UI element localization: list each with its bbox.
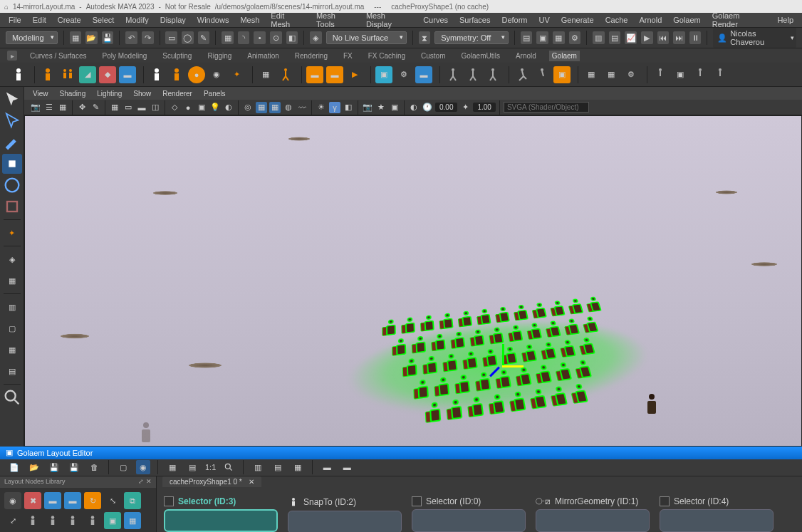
lib-kill-icon[interactable]: ✖ [24, 492, 41, 509]
panel-layout-icon[interactable]: ▥ [593, 31, 605, 44]
select-icon[interactable]: ▭ [165, 31, 177, 44]
entity-type-icon[interactable] [59, 66, 76, 83]
shelf-menu-icon[interactable]: ▸ [7, 51, 17, 61]
menu-generate[interactable]: Generate [561, 16, 594, 24]
vp-menu-view[interactable]: View [33, 90, 48, 98]
layout-tool-icon[interactable]: ▬ [326, 66, 343, 83]
physics-icon[interactable]: ◉ [208, 66, 225, 83]
menu-mesh-display[interactable]: Mesh Display [366, 11, 412, 28]
layout-node[interactable]: Selector (ID:3) [164, 496, 278, 532]
xray-icon[interactable]: ▦ [256, 102, 267, 113]
lib-selector-icon[interactable]: ◉ [4, 492, 21, 509]
scale-tool[interactable] [2, 197, 22, 217]
menu-windows[interactable]: Windows [197, 16, 229, 24]
shelf-tab-poly-modeling[interactable]: Poly Modeling [99, 51, 150, 61]
resolution-gate-icon[interactable]: ▬ [136, 102, 147, 113]
snap-grid-tool[interactable]: ▦ [2, 271, 22, 291]
new-scene-icon[interactable]: ▦ [70, 31, 82, 44]
menu-arnold[interactable]: Arnold [639, 16, 662, 24]
save-icon[interactable]: 💾 [102, 31, 114, 44]
runner2-icon[interactable] [533, 66, 551, 83]
menu-mesh-tools[interactable]: Mesh Tools [316, 11, 355, 28]
layout-grid-icon[interactable]: ▦ [603, 66, 620, 83]
close-tab-icon[interactable]: ✕ [249, 478, 254, 486]
isolate-icon[interactable]: ◎ [242, 102, 254, 113]
vp-menu-shading[interactable]: Shading [60, 90, 86, 98]
menu-help[interactable]: Help [777, 16, 793, 24]
list-layout-icon[interactable]: ▤ [185, 460, 199, 474]
extra4-icon[interactable] [712, 66, 729, 83]
distribute-icon[interactable]: ▦ [291, 460, 305, 474]
two-pane-tool[interactable]: ▤ [2, 361, 22, 381]
menu-golaem-render[interactable]: Golaem Render [712, 11, 766, 28]
paint-icon[interactable]: ✎ [198, 31, 210, 44]
lib-figure1-icon[interactable] [24, 512, 41, 529]
walker4-icon[interactable] [484, 66, 501, 83]
layout-node[interactable]: Selector (ID:0) [412, 496, 526, 532]
layout-node[interactable]: ⧃⧄MirrorGeometry (ID:1) [536, 496, 650, 532]
lib-mesh-icon[interactable]: ▦ [124, 512, 141, 529]
shelf-tab-curves-surfaces[interactable]: Curves / Surfaces [27, 51, 89, 61]
exposure-icon[interactable]: ☀ [316, 102, 327, 113]
extra3-icon[interactable] [692, 66, 709, 83]
live-surface-dropdown[interactable]: No Live Surface [326, 31, 407, 44]
terrain-icon[interactable]: ◢ [79, 66, 96, 83]
grid-layout-icon[interactable]: ▦ [165, 460, 179, 474]
shelf-tab-golaemutils[interactable]: GolaemUtils [458, 51, 502, 61]
move-tool[interactable] [2, 154, 22, 174]
render-cache-icon[interactable]: ▬ [415, 66, 432, 83]
layout-node[interactable]: SnapTo (ID:2) [288, 496, 402, 532]
snap-grid-icon[interactable]: ▦ [222, 31, 234, 44]
menu-file[interactable]: File [9, 16, 21, 24]
motion-icon[interactable] [168, 66, 185, 83]
symmetry-icon[interactable]: ⧗ [419, 31, 431, 44]
settings-icon[interactable]: ⚙ [623, 66, 640, 83]
new-layout-icon[interactable]: 📄 [7, 460, 21, 474]
menu-display[interactable]: Display [160, 16, 186, 24]
render-settings2-icon[interactable]: ⚙ [395, 66, 412, 83]
stray-character[interactable] [139, 422, 153, 445]
shelf-tab-sculpting[interactable]: Sculpting [160, 51, 194, 61]
arrow-icon[interactable]: ▶ [346, 66, 363, 83]
lib-figure4-icon[interactable] [84, 512, 101, 529]
sim-cache-icon[interactable]: ● [188, 66, 205, 83]
layout-node[interactable]: Selector (ID:4) [660, 496, 774, 532]
outliner-icon[interactable]: ▤ [609, 31, 621, 44]
render-settings-icon[interactable]: ⚙ [569, 31, 581, 44]
walker2-icon[interactable] [444, 66, 462, 83]
golaem-figure-icon[interactable] [10, 66, 27, 83]
particle-tool[interactable]: ✦ [2, 223, 22, 243]
align-v-icon[interactable]: ▤ [271, 460, 285, 474]
construction-history-icon[interactable]: ▤ [521, 31, 533, 44]
paint-select-tool[interactable] [2, 132, 22, 152]
lib-figure2-icon[interactable] [44, 512, 61, 529]
layout-tool[interactable]: ▥ [2, 297, 22, 317]
ipr-icon[interactable]: ▦ [553, 31, 565, 44]
clock2-icon[interactable]: ✦ [459, 102, 471, 113]
toggle1-icon[interactable]: ◐ [408, 102, 420, 113]
rewind-icon[interactable]: ⏮ [657, 31, 670, 44]
clock-icon[interactable]: 🕐 [422, 102, 433, 113]
camera-select-icon[interactable]: 📷 [30, 102, 41, 113]
frame-all-icon[interactable]: ▢ [116, 460, 130, 474]
gamma-icon[interactable]: γ [329, 102, 340, 113]
vp-menu-renderer[interactable]: Renderer [162, 90, 192, 98]
flock-icon[interactable]: ✦ [228, 66, 245, 83]
layout-editor-icon[interactable]: ▬ [306, 66, 323, 83]
camera-icon[interactable]: 📷 [362, 102, 373, 113]
snap-center-icon[interactable]: ⊙ [270, 31, 282, 44]
render-proxy-icon[interactable]: ▣ [375, 66, 392, 83]
wireframe-icon[interactable]: ◇ [169, 102, 180, 113]
render-view-icon[interactable]: ▣ [389, 102, 400, 113]
snap-point-icon[interactable]: • [254, 31, 266, 44]
menu-mesh[interactable]: Mesh [240, 16, 259, 24]
shaded-icon[interactable]: ● [182, 102, 194, 113]
user-account-dropdown[interactable]: 👤 Nicolas Chaverou [713, 28, 796, 48]
stray-character[interactable] [645, 394, 659, 417]
snap-curve-icon[interactable]: ◝ [238, 31, 250, 44]
lasso-tool[interactable] [2, 111, 22, 131]
le-search-icon[interactable] [222, 460, 236, 474]
trigger-icon[interactable]: ▬ [119, 66, 136, 83]
view-transform-icon[interactable]: ◧ [343, 102, 354, 113]
delete-icon[interactable]: 🗑 [87, 460, 101, 474]
